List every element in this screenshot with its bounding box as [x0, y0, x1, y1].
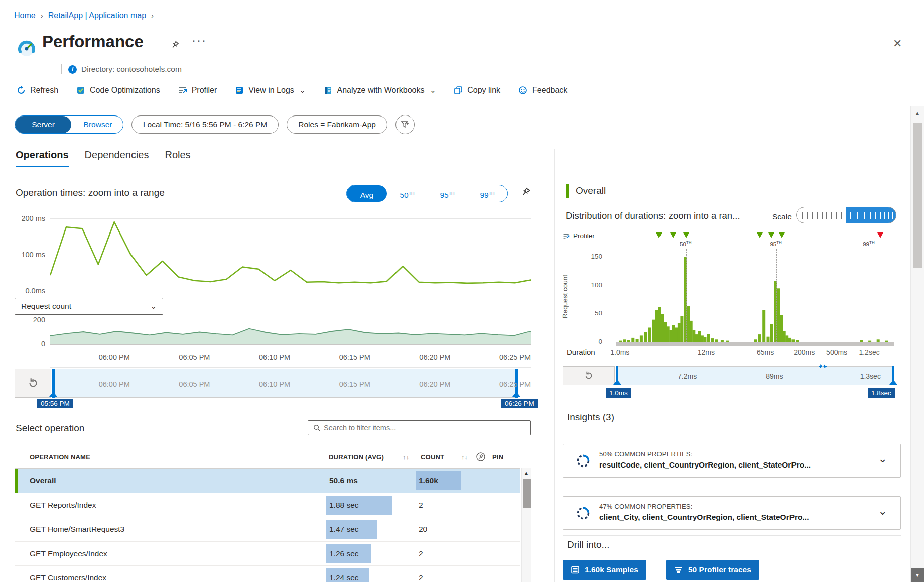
view-in-logs-label: View in Logs	[248, 86, 294, 95]
search-icon	[313, 424, 321, 432]
server-toggle[interactable]: Server	[15, 116, 71, 133]
insight-properties: client_City, client_CountryOrRegion, cli…	[599, 513, 809, 522]
chevron-down-icon[interactable]: ⌄	[878, 452, 887, 465]
duration-value: 1.24 sec	[329, 566, 359, 582]
scale-tick	[831, 212, 832, 219]
col-count[interactable]: COUNT	[421, 453, 444, 461]
count-cell: 2	[415, 566, 500, 582]
table-scrollbar[interactable]: ▲	[521, 468, 531, 582]
trace-marker-icon[interactable]	[768, 232, 774, 238]
reset-zoom-button[interactable]	[15, 369, 51, 398]
feedback-button[interactable]: Feedback	[518, 86, 567, 95]
count-cell: 1.60k	[415, 469, 500, 493]
profiler-button[interactable]: Profiler	[178, 86, 217, 95]
search-input[interactable]	[321, 424, 530, 432]
trace-marker-icon[interactable]	[656, 232, 662, 238]
operation-row[interactable]: Overall50.6 ms1.60k	[15, 469, 520, 493]
copy-link-button[interactable]: Copy link	[454, 86, 500, 95]
table-scrollbar-thumb[interactable]	[523, 479, 531, 508]
distribution-title: Distribution of durations: zoom into a r…	[566, 210, 740, 221]
trace-marker-red-icon[interactable]	[877, 232, 883, 238]
chevron-down-icon[interactable]: ⌄	[878, 505, 887, 518]
aggregation-95[interactable]: 95TH	[427, 185, 467, 202]
analyze-with-workbooks-button[interactable]: Analyze with Workbooks ⌄	[324, 86, 436, 95]
pin-blade-icon[interactable]	[170, 40, 180, 50]
histogram-y-axis-label: Request count	[561, 254, 569, 340]
scale-tick	[836, 212, 837, 219]
operation-row[interactable]: GET Home/SmartRequest31.47 sec20	[15, 517, 520, 542]
sort-duration-icon[interactable]: ↑↓	[403, 453, 409, 461]
y-tick-label: 200 ms	[10, 214, 45, 222]
browser-toggle[interactable]: Browser	[73, 116, 123, 133]
info-icon[interactable]: i	[68, 65, 77, 74]
server-browser-toggle: Server Browser	[15, 115, 123, 134]
tab-roles[interactable]: Roles	[165, 149, 190, 167]
close-icon[interactable]: ✕	[891, 35, 904, 52]
operation-name: Overall	[30, 469, 56, 493]
breadcrumb-app[interactable]: RetailApp | Application map	[48, 11, 146, 20]
sort-count-icon[interactable]: ↑↓	[461, 453, 468, 461]
tab-dependencies[interactable]: Dependencies	[85, 149, 149, 167]
scale-tick	[864, 212, 865, 219]
insight-heading: 47% COMMON PROPERTIES:	[599, 503, 692, 510]
operation-row[interactable]: GET Customers/Index1.24 sec2	[15, 566, 520, 582]
insight-icon	[576, 454, 590, 468]
scroll-down-icon[interactable]: ▼	[911, 568, 924, 582]
funnel-plus-icon	[400, 120, 410, 130]
code-optimizations-button[interactable]: Code Optimizations	[76, 86, 160, 95]
time-range-filter[interactable]: Local Time: 5/16 5:56 PM - 6:26 PM	[131, 115, 279, 134]
operations-table: Overall50.6 ms1.60kGET Reports/Index1.88…	[15, 468, 520, 582]
trace-marker-icon[interactable]	[670, 232, 676, 238]
trace-marker-icon[interactable]	[757, 232, 763, 238]
duration-histogram[interactable]	[616, 249, 894, 342]
insight-card[interactable]: 47% COMMON PROPERTIES: client_City, clie…	[563, 496, 901, 530]
operation-times-line-chart[interactable]	[50, 218, 531, 291]
request-count-area-chart[interactable]	[50, 320, 531, 344]
breadcrumb-home[interactable]: Home	[14, 11, 36, 20]
y-tick-label: 100 ms	[10, 251, 45, 259]
col-duration[interactable]: DURATION (AVG)	[329, 453, 384, 461]
reset-duration-zoom-button[interactable]	[563, 366, 615, 385]
refresh-button[interactable]: Refresh	[17, 86, 58, 95]
count-metric-select[interactable]: Request count ⌄	[15, 298, 163, 315]
view-in-logs-button[interactable]: View in Logs ⌄	[235, 86, 305, 95]
duration-tick-label: 12ms	[698, 348, 715, 356]
scroll-up-icon[interactable]: ▲	[522, 468, 531, 477]
count-value: 2	[419, 542, 423, 566]
add-filter-button[interactable]	[395, 115, 415, 134]
samples-button[interactable]: 1.60k Samples	[563, 560, 646, 580]
tab-operations[interactable]: Operations	[16, 149, 69, 167]
breadcrumb: Home›RetailApp | Application map›	[14, 11, 159, 20]
collapse-range-icon[interactable]	[818, 361, 828, 371]
divider	[563, 405, 901, 405]
chevron-down-icon: ⌄	[430, 88, 436, 92]
scroll-up-icon[interactable]: ▲	[911, 106, 924, 120]
x-tick-label: 06:20 PM	[419, 353, 450, 361]
pin-all-icon[interactable]	[476, 452, 486, 462]
operation-row[interactable]: GET Employees/Index1.26 sec2	[15, 542, 520, 566]
aggregation-50[interactable]: 50TH	[387, 185, 427, 202]
copy-link-label: Copy link	[467, 86, 500, 95]
aggregation-avg[interactable]: Avg	[347, 185, 387, 202]
page-scrollbar-thumb[interactable]	[913, 123, 922, 268]
brush-marker-icon	[512, 392, 520, 397]
aggregation-99[interactable]: 99TH	[467, 185, 507, 202]
breadcrumb-separator-icon: ›	[151, 11, 154, 20]
profiler-chip: Profiler	[563, 232, 595, 240]
page-scrollbar[interactable]: ▲ ▼	[910, 106, 924, 582]
insight-card[interactable]: 50% COMMON PROPERTIES: resultCode, clien…	[563, 444, 901, 478]
pin-chart-icon[interactable]	[520, 187, 531, 198]
col-operation-name[interactable]: OPERATION NAME	[30, 453, 90, 461]
overall-label: Overall	[576, 185, 606, 196]
operation-row[interactable]: GET Reports/Index1.88 sec2	[15, 493, 520, 518]
scale-log-option[interactable]	[846, 207, 896, 223]
range-end-tag: 06:26 PM	[501, 399, 538, 408]
more-options-icon[interactable]: ···	[192, 33, 207, 47]
scale-tick	[807, 212, 808, 219]
scale-tick	[857, 212, 858, 219]
profiler-traces-button[interactable]: 50 Profiler traces	[666, 560, 759, 580]
scale-linear-option[interactable]	[797, 207, 846, 223]
roles-filter[interactable]: Roles = Fabrikam-App	[287, 115, 387, 134]
trace-marker-icon[interactable]	[779, 232, 785, 238]
trace-marker-icon[interactable]	[683, 232, 689, 238]
